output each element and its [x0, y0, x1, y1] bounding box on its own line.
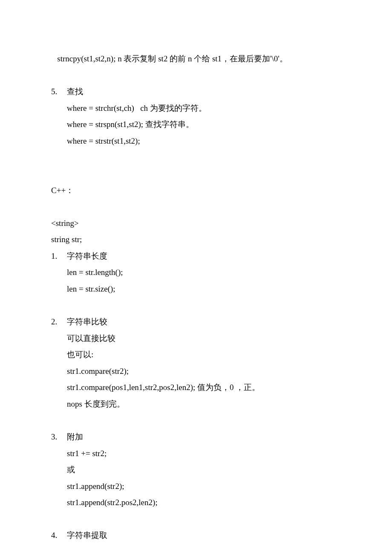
- text-line: str1 += str2;: [51, 445, 341, 462]
- text-line: string str;: [51, 231, 341, 248]
- text-line: 或: [51, 462, 341, 478]
- text-line: where = strchr(st,ch) ch 为要找的字符。: [51, 100, 341, 117]
- blank-line: [51, 166, 341, 182]
- text-line: where = strstr(st1,st2);: [51, 133, 341, 150]
- text-line: <string>: [51, 215, 341, 232]
- text-line: len = str.size();: [51, 281, 341, 298]
- blank-line: [51, 297, 341, 314]
- blank-line: [51, 511, 341, 528]
- section-1-heading: 1. 字符串长度: [51, 248, 341, 265]
- text-line: strncpy(st1,st2,n); n 表示复制 st2 的前 n 个给 s…: [51, 51, 341, 67]
- text-line: 可以直接比较: [51, 330, 341, 347]
- blank-line: [51, 199, 341, 215]
- text-line: nops 长度到完。: [51, 396, 341, 413]
- section-2-heading: 2. 字符串比较: [51, 314, 341, 330]
- section-5-heading: 5. 查找: [51, 84, 341, 100]
- blank-line: [51, 67, 341, 84]
- blank-line: [51, 412, 341, 429]
- blank-line: [51, 149, 341, 166]
- list-number: 3.: [51, 429, 67, 445]
- text-line: str1.compare(str2);: [51, 363, 341, 380]
- document-page: strncpy(st1,st2,n); n 表示复制 st2 的前 n 个给 s…: [0, 0, 392, 555]
- section-title: 附加: [67, 429, 341, 445]
- list-number: 1.: [51, 248, 67, 265]
- section-title: 字符串长度: [67, 248, 341, 265]
- list-number: 4.: [51, 527, 67, 544]
- text-line: where = strspn(st1,st2); 查找字符串。: [51, 116, 341, 133]
- section-3-heading: 3. 附加: [51, 429, 341, 445]
- cpp-heading: C++：: [51, 182, 341, 199]
- section-title: 字符串提取: [67, 527, 341, 544]
- text-line: str1.compare(pos1,len1,str2,pos2,len2); …: [51, 379, 341, 396]
- text-line: 也可以:: [51, 347, 341, 363]
- section-4-heading: 4. 字符串提取: [51, 527, 341, 544]
- list-number: 2.: [51, 314, 67, 330]
- list-number: 5.: [51, 84, 67, 100]
- text-line: str1.append(str2);: [51, 478, 341, 495]
- section-title: 查找: [67, 84, 341, 100]
- section-title: 字符串比较: [67, 314, 341, 330]
- text-line: str1.append(str2.pos2,len2);: [51, 494, 341, 511]
- text-line: len = str.length();: [51, 264, 341, 281]
